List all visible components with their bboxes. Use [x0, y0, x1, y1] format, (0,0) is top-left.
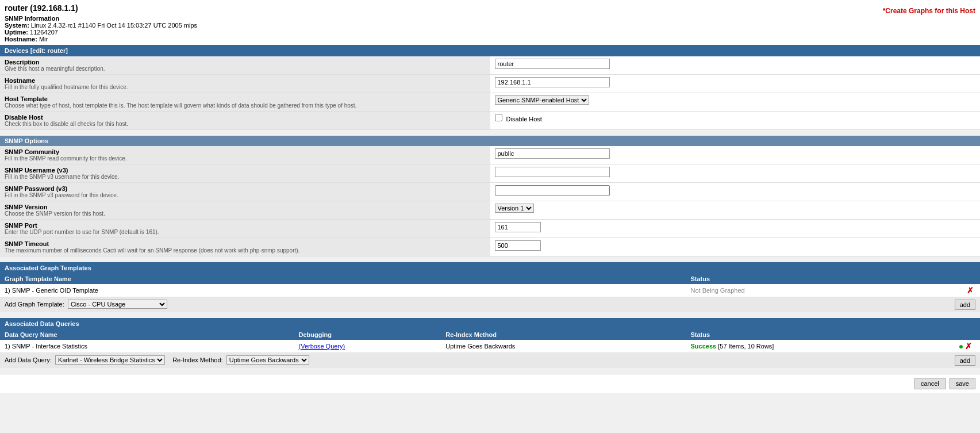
- adq-add-button[interactable]: add: [955, 355, 975, 366]
- description-input[interactable]: [495, 59, 610, 69]
- disable-host-checkbox[interactable]: [495, 114, 502, 121]
- snmp-version-row: SNMP Version Choose the SNMP version for…: [0, 201, 980, 220]
- hostname-row: Hostname Fill in the fully qualified hos…: [0, 75, 980, 93]
- hostname-desc: Fill in the fully qualified hostname for…: [5, 84, 486, 90]
- snmp-community-desc: Fill in the SNMP read community for this…: [5, 155, 486, 162]
- snmp-community-label-cell: SNMP Community Fill in the SNMP read com…: [0, 146, 490, 164]
- snmp-version-select[interactable]: Version 1 Version 2 Version 3: [495, 204, 534, 213]
- snmp-community-row: SNMP Community Fill in the SNMP read com…: [0, 146, 980, 164]
- adq-table: Data Query Name Debugging Re-Index Metho…: [0, 329, 980, 368]
- agt-row-1-delete[interactable]: ✗: [960, 284, 980, 297]
- snmp-version-title: SNMP Version: [5, 204, 486, 210]
- footer: cancel save: [0, 374, 980, 393]
- description-label-cell: Description Give this host a meaningful …: [0, 56, 490, 75]
- snmp-timeout-desc: The maximum number of milliseconds Cacti…: [5, 247, 486, 254]
- agt-section: Associated Graph Templates Graph Templat…: [0, 262, 980, 312]
- adq-row-1: 1) SNMP - Interface Statistics (Verbose …: [0, 340, 980, 353]
- snmp-password-row: SNMP Password (v3) Fill in the SNMP v3 p…: [0, 183, 980, 201]
- snmp-username-value-cell: [490, 164, 981, 183]
- disable-host-row: Disable Host Check this box to disable a…: [0, 112, 980, 130]
- adq-row-1-actions: ● ✗: [951, 340, 980, 353]
- snmp-system-line: System: Linux 2.4.32-rc1 #1140 Fri Oct 1…: [5, 22, 197, 29]
- devices-header: Devices [edit: router]: [0, 45, 980, 56]
- snmp-community-value-cell: [490, 146, 981, 164]
- adq-reindex-label: Re-Index Method:: [172, 357, 225, 363]
- adq-add-row: Add Data Query: Karlnet - Wireless Bridg…: [0, 353, 980, 369]
- adq-reindex-select[interactable]: Uptime Goes Backwards Index Count Change…: [226, 355, 309, 365]
- adq-add-label: Add Data Query:: [5, 357, 53, 363]
- adq-status-success: Success: [691, 343, 717, 350]
- adq-col-headers: Data Query Name Debugging Re-Index Metho…: [0, 329, 980, 340]
- snmp-username-row: SNMP Username (v3) Fill in the SNMP v3 u…: [0, 164, 980, 183]
- adq-row-1-name: 1) SNMP - Interface Statistics: [0, 340, 294, 353]
- snmp-timeout-title: SNMP Timeout: [5, 240, 486, 247]
- adq-col-debugging: Debugging: [294, 329, 441, 340]
- devices-form-table: Description Give this host a meaningful …: [0, 56, 980, 130]
- snmp-username-input[interactable]: [495, 167, 610, 177]
- page-title: router (192.168.1.1): [5, 3, 197, 13]
- host-template-select[interactable]: Generic SNMP-enabled Host: [495, 95, 589, 105]
- agt-add-select[interactable]: Cisco - CPU Usage SNMP - Generic OID Tem…: [68, 300, 167, 309]
- agt-row-1-name: 1) SNMP - Generic OID Template: [0, 284, 686, 297]
- adq-col-reindex: Re-Index Method: [441, 329, 686, 340]
- disable-host-title: Disable Host: [5, 114, 486, 121]
- snmp-password-desc: Fill in the SNMP v3 password for this de…: [5, 192, 486, 198]
- save-button[interactable]: save: [950, 378, 975, 389]
- host-template-row: Host Template Choose what type of host, …: [0, 93, 980, 112]
- snmp-version-label-cell: SNMP Version Choose the SNMP version for…: [0, 201, 490, 220]
- host-template-desc: Choose what type of host, host template …: [5, 102, 486, 109]
- snmp-options-section: SNMP Options SNMP Community Fill in the …: [0, 136, 980, 256]
- snmp-username-label-cell: SNMP Username (v3) Fill in the SNMP v3 u…: [0, 164, 490, 183]
- snmp-timeout-input[interactable]: [495, 240, 541, 251]
- agt-col-headers: Graph Template Name Status: [0, 274, 980, 284]
- agt-add-label: Add Graph Template:: [5, 301, 66, 308]
- adq-delete-icon[interactable]: ✗: [965, 342, 972, 351]
- snmp-port-desc: Enter the UDP port number to use for SNM…: [5, 229, 486, 235]
- snmp-password-input[interactable]: [495, 185, 610, 196]
- disable-host-checkbox-label: Disable Host: [506, 116, 542, 122]
- adq-row-1-debug[interactable]: (Verbose Query): [294, 340, 441, 353]
- disable-host-label-cell: Disable Host Check this box to disable a…: [0, 112, 490, 130]
- snmp-timeout-value-cell: [490, 238, 981, 256]
- agt-delete-icon[interactable]: ✗: [967, 286, 974, 295]
- snmp-port-title: SNMP Port: [5, 222, 486, 229]
- agt-table: Graph Template Name Status 1) SNMP - Gen…: [0, 274, 980, 312]
- hostname-input[interactable]: [495, 77, 610, 87]
- adq-col-name: Data Query Name: [0, 329, 294, 340]
- snmp-info-title: SNMP Information: [5, 15, 197, 22]
- agt-col-status: Status: [686, 274, 960, 284]
- create-graphs-link[interactable]: *Create Graphs for this Host: [883, 7, 975, 15]
- host-template-title: Host Template: [5, 95, 486, 102]
- adq-row-1-reindex: Uptime Goes Backwards: [441, 340, 686, 353]
- host-template-label-cell: Host Template Choose what type of host, …: [0, 93, 490, 112]
- snmp-version-desc: Choose the SNMP version for this host.: [5, 210, 486, 217]
- cancel-button[interactable]: cancel: [914, 378, 946, 389]
- verbose-query-link[interactable]: (Verbose Query): [299, 343, 345, 350]
- snmp-timeout-label-cell: SNMP Timeout The maximum number of milli…: [0, 238, 490, 256]
- hostname-label-cell: Hostname Fill in the fully qualified hos…: [0, 75, 490, 93]
- adq-refresh-icon[interactable]: ●: [959, 342, 963, 351]
- adq-section: Associated Data Queries Data Query Name …: [0, 318, 980, 368]
- snmp-options-form-table: SNMP Community Fill in the SNMP read com…: [0, 146, 980, 256]
- adq-status-detail: [57 Items, 10 Rows]: [718, 343, 774, 350]
- agt-add-button[interactable]: add: [955, 300, 975, 310]
- snmp-username-desc: Fill in the SNMP v3 username for this de…: [5, 174, 486, 180]
- adq-add-select[interactable]: Karlnet - Wireless Bridge Statistics: [55, 355, 165, 365]
- snmp-community-input[interactable]: [495, 148, 610, 159]
- adq-row-1-status: Success [57 Items, 10 Rows]: [686, 340, 951, 353]
- snmp-version-value-cell: Version 1 Version 2 Version 3: [490, 201, 981, 220]
- snmp-password-label-cell: SNMP Password (v3) Fill in the SNMP v3 p…: [0, 183, 490, 201]
- snmp-username-title: SNMP Username (v3): [5, 167, 486, 174]
- agt-add-cell: Add Graph Template: Cisco - CPU Usage SN…: [0, 297, 980, 313]
- snmp-options-header: SNMP Options: [0, 136, 980, 146]
- snmp-password-title: SNMP Password (v3): [5, 185, 486, 192]
- disable-host-desc: Check this box to disable all checks for…: [5, 121, 486, 127]
- snmp-hostname-line: Hostname: Mir: [5, 36, 197, 43]
- agt-row-1: 1) SNMP - Generic OID Template Not Being…: [0, 284, 980, 297]
- disable-host-value-cell: Disable Host: [490, 112, 981, 130]
- snmp-port-input[interactable]: [495, 222, 541, 232]
- adq-header: Associated Data Queries: [0, 318, 980, 329]
- adq-col-status: Status: [686, 329, 951, 340]
- hostname-value-cell: [490, 75, 981, 93]
- description-desc: Give this host a meaningful description.: [5, 66, 486, 72]
